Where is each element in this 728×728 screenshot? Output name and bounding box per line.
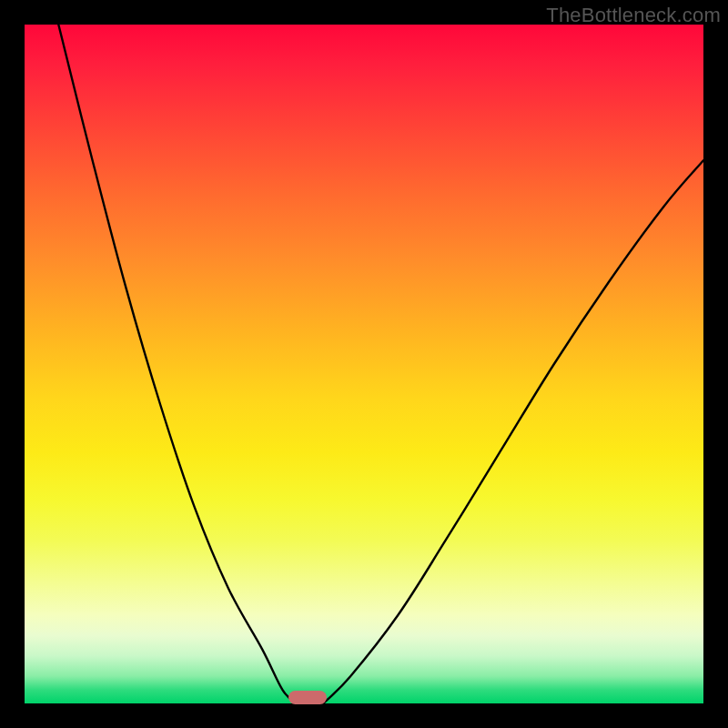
watermark-text: TheBottleneck.com — [546, 4, 721, 27]
curve-path — [58, 25, 703, 703]
figure-root: TheBottleneck.com — [0, 0, 728, 728]
optimal-range-marker — [288, 691, 327, 704]
bottleneck-curve — [25, 25, 703, 703]
plot-area — [25, 25, 703, 703]
